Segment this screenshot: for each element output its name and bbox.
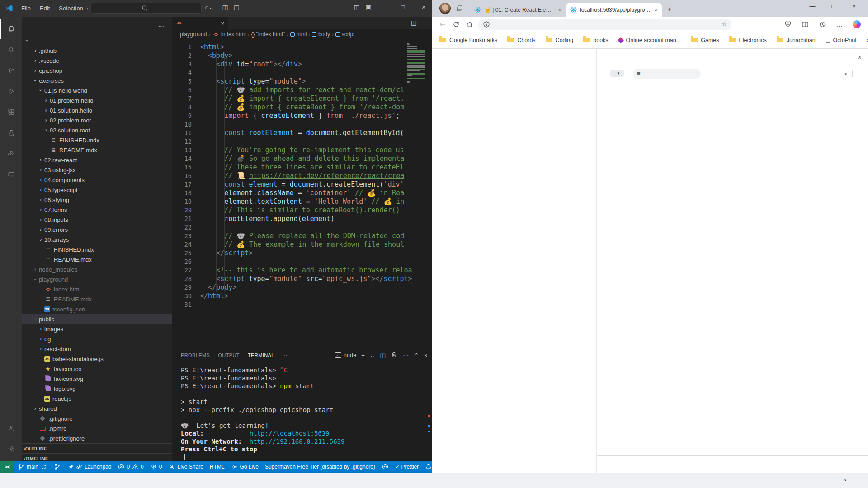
testing-icon[interactable] — [0, 122, 22, 143]
maximize-icon[interactable]: □ — [398, 4, 408, 11]
tree-folder--github[interactable]: ›.github — [22, 46, 172, 56]
bookmark-books[interactable]: books — [583, 37, 608, 43]
status-live-share[interactable]: Live Share — [165, 461, 206, 473]
explorer-actions-icon[interactable]: ⋯ — [158, 23, 165, 30]
browser-essentials-icon[interactable] — [781, 21, 795, 28]
section-outline[interactable]: ›OUTLINE — [22, 443, 172, 453]
workspaces-icon[interactable] — [456, 5, 463, 12]
address-bar[interactable]: ☆ — [478, 19, 731, 30]
kill-terminal-icon[interactable] — [391, 351, 398, 360]
panel-more-actions-icon[interactable]: ⋯ — [403, 352, 409, 359]
browser-close-icon[interactable]: × — [847, 3, 861, 9]
tree-file-readme-mdx[interactable]: ≣README.mdx — [22, 145, 172, 155]
terminal-dropdown-icon[interactable]: ⌄ — [370, 352, 375, 359]
context-selector[interactable]: ▼ — [610, 70, 624, 77]
search-icon[interactable] — [0, 39, 22, 60]
tree-folder-images[interactable]: ›images — [22, 324, 172, 334]
settings-icon[interactable] — [0, 438, 22, 459]
tab-close-icon[interactable]: × — [654, 6, 658, 13]
tree-file-finished-mdx[interactable]: ≣FINISHED.mdx — [22, 244, 172, 254]
toggle-panel-icon[interactable]: ◫ — [220, 4, 230, 11]
tree-folder-07-forms[interactable]: ›07.forms — [22, 205, 172, 215]
page-viewport[interactable] — [432, 49, 581, 473]
tree-file-babel-standalone-js[interactable]: JSbabel-standalone.js — [22, 354, 172, 364]
tree-folder-04-components[interactable]: ›04.components — [22, 175, 172, 185]
bookmark-chords[interactable]: Chords — [507, 37, 535, 43]
tree-folder-shared[interactable]: ›shared — [22, 404, 172, 413]
tree-folder-06-styling[interactable]: ›06.styling — [22, 195, 172, 205]
tree-file-tsconfig-json[interactable]: TStsconfig.json — [22, 304, 172, 314]
tree-folder-08-inputs[interactable]: ›08.inputs — [22, 215, 172, 225]
log-levels-dropdown[interactable]: ▼ — [844, 70, 848, 77]
run-and-debug-icon[interactable] — [0, 81, 22, 102]
layout-toggle-icon[interactable]: ▣ — [363, 4, 373, 11]
tree-folder-node_modules[interactable]: ›node_modules — [22, 264, 172, 274]
status-supermaven[interactable]: Supermaven Free Tier (disabled by .gitig… — [262, 461, 378, 473]
browser-maximize-icon[interactable]: □ — [826, 3, 840, 9]
minimize-icon[interactable]: — — [376, 4, 386, 11]
tree-folder-02-problem-root[interactable]: ›02.problem.root — [22, 115, 172, 125]
status-git-branch[interactable]: main — [14, 461, 51, 473]
bookmark-electronics[interactable]: Electronics — [729, 37, 767, 43]
back-icon[interactable] — [436, 21, 449, 28]
account-menu-icon[interactable]: ⌂⌄ — [204, 4, 214, 11]
status-launchpad[interactable]: Launchpad — [64, 461, 114, 473]
maximize-panel-icon[interactable]: ⌃ — [414, 352, 419, 359]
close-panel-icon[interactable]: × — [424, 352, 428, 359]
status-language-mode[interactable]: HTML — [207, 461, 228, 473]
tree-folder-02-solution-root[interactable]: ›02.solution.root — [22, 125, 172, 135]
favorite-star-icon[interactable]: ☆ — [722, 21, 727, 28]
tree-file-react-js[interactable]: JSreact.js — [22, 394, 172, 404]
new-terminal-icon[interactable]: + — [361, 352, 365, 359]
tree-file--npmrc[interactable]: .npmrc — [22, 423, 172, 433]
status-source-control-graph[interactable] — [51, 461, 64, 473]
console-filter-input[interactable] — [633, 69, 701, 79]
browser-tab-1[interactable]: 🤘 | 01. Create React Elements | 0× — [470, 3, 566, 17]
tree-file-logo-svg[interactable]: logo.svg — [22, 384, 172, 394]
panel-tab-output[interactable]: OUTPUT — [218, 352, 240, 358]
tree-folder-01-solution-hello[interactable]: ›01.solution.hello — [22, 105, 172, 115]
history-forward-icon[interactable]: → — [83, 4, 90, 11]
history-icon[interactable] — [816, 21, 829, 28]
breadcrumb-item[interactable]: body — [312, 31, 330, 38]
tree-folder-epicshop[interactable]: ›epicshop — [22, 66, 172, 75]
status-copilot[interactable] — [378, 461, 392, 473]
tree-file--prettierignore[interactable]: .prettierignore — [22, 433, 172, 443]
tree-folder-react-dom[interactable]: ›react-dom — [22, 344, 172, 354]
customize-layout-icon[interactable]: ◫ — [352, 4, 362, 11]
profile-avatar[interactable] — [439, 3, 451, 14]
bookmark-coding[interactable]: Coding — [546, 37, 574, 43]
tab-close-icon[interactable]: × — [221, 20, 224, 27]
refresh-icon[interactable] — [449, 21, 463, 28]
menu-item-edit[interactable]: Edit — [36, 4, 53, 13]
panel-tab-terminal[interactable]: TERMINAL — [248, 352, 274, 360]
tree-folder-playground[interactable]: ›playground — [22, 274, 172, 284]
tree-folder-03-using-jsx[interactable]: ›03.using-jsx — [22, 165, 172, 175]
split-editor-icon[interactable]: ◫ — [411, 19, 417, 26]
more-actions-icon[interactable]: ⋯ — [422, 19, 429, 26]
new-tab-icon[interactable]: + — [667, 5, 672, 14]
bookmark-games[interactable]: Games — [691, 37, 719, 43]
tree-folder-public[interactable]: ›public — [22, 314, 172, 324]
status-ports[interactable]: 0 — [147, 461, 165, 473]
tree-file-favicon-ico[interactable]: ★favicon.ico — [22, 364, 172, 374]
menu-item-selection[interactable]: Selection — [55, 4, 86, 13]
tree-file--gitignore[interactable]: .gitignore — [22, 413, 172, 423]
browser-tab-2[interactable]: localhost:5639/app/playground/× — [566, 3, 662, 17]
breadcrumb-item[interactable]: {} "index.html" — [251, 31, 285, 38]
explorer-icon[interactable] — [0, 19, 22, 39]
tree-folder-01-problem-hello[interactable]: ›01.problem.hello — [22, 95, 172, 105]
site-info-icon[interactable] — [483, 21, 490, 28]
history-back-icon[interactable]: ← — [73, 4, 80, 11]
bookmark-juhachiban[interactable]: Juhachiban — [777, 37, 816, 43]
bookmark-octoprint[interactable]: OctoPrint — [826, 37, 857, 43]
extensions-icon[interactable] — [0, 102, 22, 122]
tree-folder-09-errors[interactable]: ›09.errors — [22, 225, 172, 235]
panel-more-icon[interactable]: ⋯ — [283, 352, 288, 358]
terminal-instance-node[interactable]: >_node — [335, 352, 356, 358]
close-icon[interactable]: × — [419, 4, 429, 11]
bookmark-google-bookmarks[interactable]: Google Bookmarks — [439, 37, 497, 43]
tree-folder-05-typescript[interactable]: ›05.typescript — [22, 185, 172, 195]
settings-more-icon[interactable]: … — [833, 20, 846, 28]
source-control-icon[interactable] — [0, 60, 22, 81]
